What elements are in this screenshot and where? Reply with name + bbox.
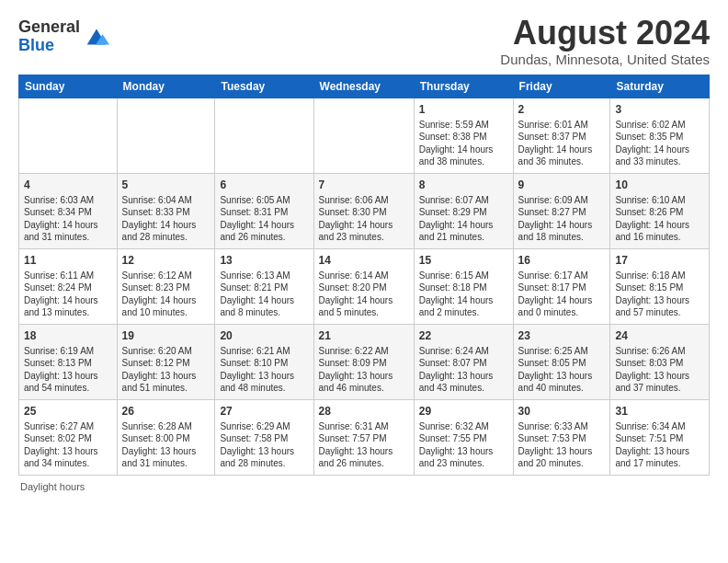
cell-line: Daylight: 14 hours and 2 minutes. [419,294,508,319]
cell-line: Daylight: 14 hours and 26 minutes. [220,219,308,244]
cell-line: Daylight: 14 hours and 8 minutes. [220,294,308,319]
cell-line: Sunset: 7:51 PM [615,432,704,445]
cell-line: Sunrise: 6:11 AM [24,270,112,282]
cell-line: Sunrise: 6:21 AM [220,345,308,358]
cell-line: Sunrise: 6:20 AM [122,345,210,358]
cell-line: Daylight: 13 hours and 43 minutes. [419,370,508,395]
cell-line: Daylight: 13 hours and 23 minutes. [419,445,508,470]
cell-line: Sunset: 8:00 PM [122,432,210,445]
logo: General Blue [18,18,109,55]
calendar-cell: 26Sunrise: 6:28 AMSunset: 8:00 PMDayligh… [117,399,215,475]
calendar-week-3: 11Sunrise: 6:11 AMSunset: 8:24 PMDayligh… [19,248,710,324]
calendar-body: 1Sunrise: 5:59 AMSunset: 8:38 PMDaylight… [19,98,710,475]
calendar-cell: 20Sunrise: 6:21 AMSunset: 8:10 PMDayligh… [215,324,313,399]
calendar-col-sunday: Sunday [19,75,118,98]
day-number: 24 [615,328,704,343]
day-number: 19 [122,328,210,343]
calendar-cell: 17Sunrise: 6:18 AMSunset: 8:15 PMDayligh… [610,248,710,324]
cell-line: Sunset: 8:10 PM [220,357,308,370]
day-number: 18 [24,328,112,343]
cell-line: Daylight: 13 hours and 48 minutes. [220,370,308,395]
cell-line: Sunrise: 6:04 AM [122,194,210,207]
cell-line: Sunset: 8:12 PM [122,357,210,370]
calendar-cell: 8Sunrise: 6:07 AMSunset: 8:29 PMDaylight… [414,173,513,248]
day-number: 16 [518,253,606,268]
header: General Blue August 2024 Dundas, Minneso… [18,15,710,67]
cell-line: Sunrise: 6:25 AM [518,345,606,358]
day-number: 20 [220,328,308,343]
calendar-cell: 15Sunrise: 6:15 AMSunset: 8:18 PMDayligh… [414,248,513,324]
calendar-week-1: 1Sunrise: 5:59 AMSunset: 8:38 PMDaylight… [19,98,710,173]
cell-line: Daylight: 14 hours and 16 minutes. [615,219,704,244]
cell-line: Sunset: 8:38 PM [419,131,508,144]
cell-line: Sunrise: 6:26 AM [615,345,704,358]
cell-line: Daylight: 13 hours and 37 minutes. [615,370,704,395]
calendar-cell: 25Sunrise: 6:27 AMSunset: 8:02 PMDayligh… [19,399,118,475]
cell-line: Sunset: 8:02 PM [24,432,112,445]
cell-line: Sunset: 8:21 PM [220,282,308,294]
footer: Daylight hours [18,481,710,492]
day-number: 8 [419,178,508,192]
calendar-col-saturday: Saturday [610,75,710,98]
cell-line: Sunrise: 6:17 AM [518,270,606,282]
cell-line: Sunrise: 6:22 AM [319,345,409,358]
cell-line: Sunset: 8:37 PM [518,131,606,144]
cell-line: Sunset: 8:27 PM [518,206,606,219]
cell-line: Sunset: 8:15 PM [615,282,704,294]
calendar-cell: 4Sunrise: 6:03 AMSunset: 8:34 PMDaylight… [19,173,118,248]
calendar-header: SundayMondayTuesdayWednesdayThursdayFrid… [19,75,710,98]
cell-line: Daylight: 13 hours and 28 minutes. [220,445,308,470]
calendar-cell: 2Sunrise: 6:01 AMSunset: 8:37 PMDaylight… [513,98,610,173]
cell-line: Sunrise: 6:02 AM [615,119,704,132]
cell-line: Daylight: 14 hours and 33 minutes. [615,144,704,168]
cell-line: Sunset: 8:17 PM [518,282,606,294]
logo-text: General Blue [18,18,80,55]
calendar-cell: 11Sunrise: 6:11 AMSunset: 8:24 PMDayligh… [19,248,118,324]
cell-line: Sunset: 8:31 PM [220,206,308,219]
cell-line: Sunset: 8:24 PM [24,282,112,294]
cell-line: Sunset: 7:57 PM [319,432,409,445]
calendar-col-wednesday: Wednesday [313,75,414,98]
cell-line: Sunset: 8:34 PM [24,206,112,219]
day-number: 10 [615,178,704,192]
cell-line: Sunset: 8:26 PM [615,206,704,219]
calendar-cell: 18Sunrise: 6:19 AMSunset: 8:13 PMDayligh… [19,324,118,399]
cell-line: Daylight: 13 hours and 57 minutes. [615,294,704,319]
day-number: 12 [122,253,210,268]
calendar-table: SundayMondayTuesdayWednesdayThursdayFrid… [18,75,710,476]
cell-line: Daylight: 14 hours and 18 minutes. [518,219,606,244]
calendar-cell: 21Sunrise: 6:22 AMSunset: 8:09 PMDayligh… [313,324,414,399]
day-number: 11 [24,253,112,268]
day-number: 6 [220,178,308,192]
cell-line: Sunrise: 6:29 AM [220,420,308,433]
cell-line: Daylight: 14 hours and 5 minutes. [319,294,409,319]
cell-line: Daylight: 13 hours and 51 minutes. [122,370,210,395]
calendar-cell: 13Sunrise: 6:13 AMSunset: 8:21 PMDayligh… [215,248,313,324]
cell-line: Sunrise: 6:13 AM [220,270,308,282]
calendar-cell: 3Sunrise: 6:02 AMSunset: 8:35 PMDaylight… [610,98,710,173]
cell-line: Sunrise: 6:31 AM [319,420,409,433]
day-number: 27 [220,404,308,419]
calendar-cell: 27Sunrise: 6:29 AMSunset: 7:58 PMDayligh… [215,399,313,475]
cell-line: Sunrise: 6:33 AM [518,420,606,433]
calendar-cell: 6Sunrise: 6:05 AMSunset: 8:31 PMDaylight… [215,173,313,248]
day-number: 4 [24,178,112,192]
subtitle: Dundas, Minnesota, United States [500,52,710,67]
cell-line: Sunrise: 6:01 AM [518,119,606,132]
cell-line: Sunrise: 6:19 AM [24,345,112,358]
logo-blue: Blue [18,36,54,54]
day-number: 9 [518,178,606,192]
cell-line: Sunrise: 6:05 AM [220,194,308,207]
calendar-cell: 31Sunrise: 6:34 AMSunset: 7:51 PMDayligh… [610,399,710,475]
cell-line: Daylight: 13 hours and 40 minutes. [518,370,606,395]
day-number: 29 [419,404,508,419]
day-number: 14 [319,253,409,268]
cell-line: Daylight: 14 hours and 28 minutes. [122,219,210,244]
cell-line: Sunrise: 6:10 AM [615,194,704,207]
calendar-cell: 19Sunrise: 6:20 AMSunset: 8:12 PMDayligh… [117,324,215,399]
day-number: 22 [419,328,508,343]
calendar-cell: 10Sunrise: 6:10 AMSunset: 8:26 PMDayligh… [610,173,710,248]
cell-line: Sunset: 7:55 PM [419,432,508,445]
calendar-cell: 14Sunrise: 6:14 AMSunset: 8:20 PMDayligh… [313,248,414,324]
calendar-cell [313,98,414,173]
